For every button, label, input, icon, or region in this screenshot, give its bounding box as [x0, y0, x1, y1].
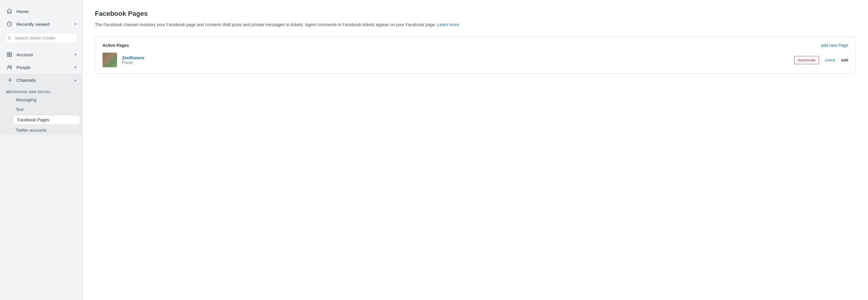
sidebar-item-people[interactable]: People ▾	[0, 61, 83, 73]
sidebar-recently-viewed-label: Recently viewed	[17, 22, 50, 27]
sidebar-account-label: Account	[17, 52, 33, 57]
facebook-pages-label: Facebook Pages	[17, 117, 49, 122]
deactivate-button[interactable]: deactivate	[794, 56, 819, 64]
messaging-social-label: Messaging and social	[0, 86, 83, 95]
edit-link[interactable]: edit	[841, 58, 848, 62]
sidebar-search-container: ⚲	[0, 30, 83, 46]
page-name[interactable]: Zenflowers	[122, 55, 789, 60]
action-divider-2: |	[836, 58, 840, 62]
page-description: The Facebook channel monitors your Faceb…	[95, 21, 856, 28]
page-actions: deactivate | unlink | edit	[794, 56, 848, 64]
sidebar-item-facebook-pages[interactable]: Facebook Pages	[13, 115, 80, 125]
active-pages-header: Active Pages add new Page	[102, 43, 848, 48]
clock-icon	[6, 21, 13, 27]
unlink-link[interactable]: unlink	[825, 58, 835, 62]
sidebar-channels-label: Channels	[17, 78, 36, 83]
sidebar-item-messaging[interactable]: Messaging	[0, 95, 83, 105]
page-type: Florist	[122, 60, 789, 65]
people-chevron: ▾	[74, 65, 76, 69]
people-icon	[6, 64, 13, 70]
page-title: Facebook Pages	[95, 10, 856, 18]
recently-viewed-chevron: ▾	[74, 22, 76, 26]
sidebar-item-text[interactable]: Text	[0, 105, 83, 114]
page-thumbnail	[102, 53, 117, 67]
svg-rect-2	[10, 52, 11, 54]
page-info: Zenflowers Florist	[122, 55, 789, 65]
page-thumbnail-image	[102, 53, 117, 67]
account-chevron: ▾	[74, 52, 76, 57]
channels-chevron: ▴	[74, 78, 76, 82]
account-icon	[6, 51, 13, 58]
active-pages-card: Active Pages add new Page Zenflowers Flo…	[95, 36, 856, 73]
svg-rect-3	[7, 55, 9, 57]
messaging-label: Messaging	[16, 97, 36, 102]
page-entry: Zenflowers Florist deactivate | unlink |…	[102, 53, 848, 67]
sidebar-item-home[interactable]: Home	[0, 5, 83, 18]
search-icon: ⚲	[8, 36, 11, 40]
action-divider-1: |	[820, 58, 824, 62]
page-description-text: The Facebook channel monitors your Faceb…	[95, 22, 436, 27]
active-pages-label: Active Pages	[102, 43, 129, 48]
svg-rect-1	[7, 52, 9, 54]
sidebar-people-label: People	[17, 65, 31, 70]
sidebar-item-recently-viewed[interactable]: Recently viewed ▾	[0, 18, 83, 30]
channels-section: Channels ▴ Messaging and social Messagin…	[0, 73, 83, 135]
add-new-page-link[interactable]: add new Page	[821, 43, 848, 48]
channels-icon	[6, 77, 13, 83]
svg-point-5	[8, 65, 10, 67]
sidebar-item-twitter-accounts[interactable]: Twitter accounts	[0, 125, 83, 135]
sidebar-item-account[interactable]: Account ▾	[0, 48, 83, 61]
sidebar: Home Recently viewed ▾ ⚲ Account	[0, 0, 83, 300]
sidebar-item-channels[interactable]: Channels ▴	[0, 73, 83, 86]
text-label: Text	[16, 107, 24, 112]
learn-more-link[interactable]: Learn more	[437, 22, 459, 27]
twitter-accounts-label: Twitter accounts	[16, 128, 46, 133]
main-content: Facebook Pages The Facebook channel moni…	[83, 0, 868, 300]
sidebar-item-home-label: Home	[17, 9, 29, 14]
svg-rect-4	[10, 55, 11, 57]
search-input[interactable]	[5, 33, 78, 43]
home-icon	[6, 8, 13, 14]
